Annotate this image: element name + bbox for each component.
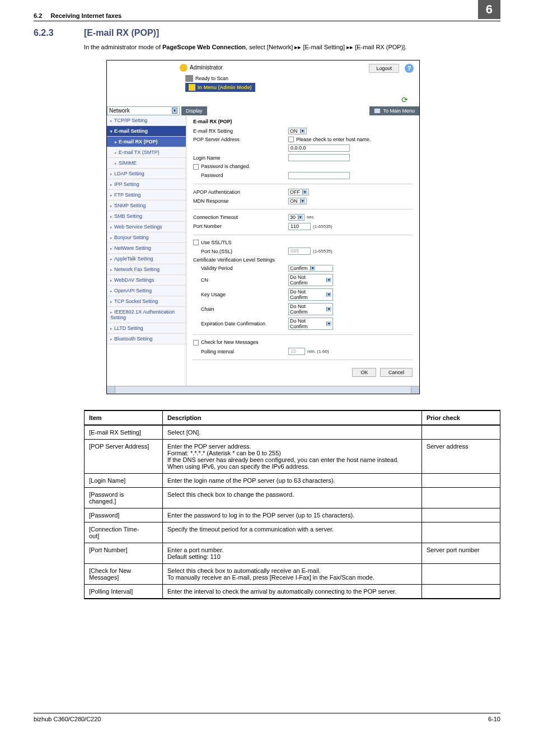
help-icon[interactable]: ? (405, 64, 414, 73)
mdn-select[interactable]: ON▾ (288, 198, 307, 204)
expiration-select[interactable]: Do Not Confirm▾ (288, 318, 333, 330)
password-input[interactable] (288, 172, 350, 179)
sidebar-item-ftp[interactable]: ▸FTP Setting (107, 190, 186, 200)
intro-text: In the administrator mode of PageScope W… (84, 43, 500, 52)
status-mode: In Menu (Admin Mode) (185, 83, 255, 92)
user-icon (180, 64, 188, 72)
app-screenshot: Administrator Ready to Scan In Menu (Adm… (106, 60, 420, 395)
table-row: [Check for New Messages]Select this chec… (85, 564, 500, 585)
login-name-input[interactable] (288, 154, 350, 161)
sidebar-item-openapi[interactable]: ▸OpenAPI Setting (107, 286, 186, 296)
mode-icon (189, 84, 195, 91)
table-row: [E-mail RX Setting]Select [ON]. (85, 425, 500, 440)
admin-label: Administrator (180, 64, 255, 72)
sidebar-item-lltd[interactable]: ▸LLTD Setting (107, 323, 186, 334)
sidebar-item-email-tx-smtp[interactable]: ▸E-mail TX (SMTP) (107, 147, 186, 158)
header-section: 6.2 Receiving Internet faxes (34, 12, 121, 19)
section-number: 6.2.3 (34, 28, 84, 38)
sidebar-item-smime[interactable]: ▸S/MIME (107, 158, 186, 169)
sidebar-item-webdav[interactable]: ▸WebDAV Settings (107, 275, 186, 286)
chevron-down-icon: ▾ (326, 278, 331, 282)
polling-input[interactable]: 15 (288, 348, 305, 355)
chevron-down-icon: ▾ (326, 307, 331, 311)
sidebar-item-tcpip[interactable]: ▸TCP/IP Setting (107, 115, 186, 126)
refresh-icon[interactable]: ⟳ (401, 95, 408, 104)
chapter-tab: 6 (478, 0, 500, 19)
display-button[interactable]: Display (181, 106, 207, 115)
chevron-down-icon: ▾ (298, 215, 303, 220)
th-item: Item (85, 410, 163, 425)
ok-button[interactable]: OK (352, 368, 376, 377)
chevron-down-icon: ▾ (326, 292, 331, 297)
table-row: [Connection Time- out]Specify the timeou… (85, 522, 500, 543)
sidebar-item-smb[interactable]: ▸SMB Setting (107, 211, 186, 222)
sidebar-item-appletalk[interactable]: ▸AppleTalk Setting (107, 254, 186, 264)
validity-select[interactable]: Confirm▾ (288, 265, 333, 272)
header-num: 6.2 (34, 12, 42, 19)
apop-select[interactable]: OFF▾ (288, 189, 309, 195)
table-row: [Port Number]Enter a port number. Defaul… (85, 543, 500, 564)
description-table: Item Description Prior check [E-mail RX … (84, 410, 500, 599)
header-title: Receiving Internet faxes (51, 12, 122, 19)
sidebar-item-networkfax[interactable]: ▸Network Fax Setting (107, 264, 186, 275)
ssl-port-input[interactable]: 995 (288, 248, 311, 255)
chevron-down-icon: ▾ (300, 199, 305, 203)
checknew-checkbox[interactable] (193, 340, 199, 346)
cn-select[interactable]: Do Not Confirm▾ (288, 274, 333, 286)
table-row: [POP Server Address]Enter the POP server… (85, 440, 500, 474)
ssl-checkbox[interactable] (193, 240, 199, 245)
password-changed-checkbox[interactable] (193, 164, 199, 170)
th-prior: Prior check (422, 410, 500, 425)
section-title: [E-mail RX (POP)] (84, 28, 159, 38)
home-icon (374, 108, 381, 114)
cancel-button[interactable]: Cancel (380, 368, 413, 377)
status-ready: Ready to Scan (185, 75, 255, 82)
to-main-menu-button[interactable]: To Main Menu (369, 106, 419, 115)
hostname-checkbox[interactable] (288, 137, 294, 142)
sidebar-item-snmp[interactable]: ▸SNMP Setting (107, 200, 186, 211)
printer-icon (185, 75, 193, 82)
horizontal-scrollbar[interactable] (107, 386, 419, 394)
main-pane: E-mail RX (POP) E-mail RX SettingON▾ POP… (186, 115, 419, 386)
th-desc: Description (163, 410, 422, 425)
sidebar-item-email-rx-pop[interactable]: ▸E-mail RX (POP) (107, 137, 186, 147)
chevron-down-icon: ▾ (300, 129, 305, 133)
sidebar-item-ldap[interactable]: ▸LDAP Setting (107, 169, 186, 179)
logout-button[interactable]: Logout (369, 64, 399, 73)
sidebar-item-netware[interactable]: ▸NetWare Setting (107, 243, 186, 254)
sidebar-item-tcpsocket[interactable]: ▸TCP Socket Setting (107, 296, 186, 307)
chain-select[interactable]: Do Not Confirm▾ (288, 303, 333, 315)
chevron-down-icon: ▾ (310, 266, 315, 270)
sidebar-item-bonjour[interactable]: ▸Bonjour Setting (107, 232, 186, 243)
chevron-down-icon: ▾ (302, 190, 307, 194)
chevron-down-icon: ▾ (326, 321, 331, 326)
chevron-down-icon: ▾ (172, 108, 177, 114)
sidebar-item-email[interactable]: ▾E-mail Setting (107, 126, 186, 137)
sidebar-item-bluetooth[interactable]: ▸Bluetooth Setting (107, 334, 186, 344)
sidebar-item-ieee8021x[interactable]: ▸IEEE802.1X Authentication Setting (107, 307, 186, 323)
table-row: [Login Name]Enter the login name of the … (85, 474, 500, 488)
email-rx-select[interactable]: ON▾ (288, 128, 307, 134)
table-row: [Password is changed.]Select this check … (85, 488, 500, 508)
footer-model: bizhub C360/C280/C220 (34, 716, 101, 722)
keyusage-select[interactable]: Do Not Confirm▾ (288, 288, 333, 301)
table-row: [Password]Enter the password to log in t… (85, 508, 500, 522)
table-row: [Polling Interval]Enter the interval to … (85, 585, 500, 599)
pane-title: E-mail RX (POP) (193, 119, 413, 124)
port-input[interactable]: 110 (288, 223, 311, 230)
category-select[interactable]: Network▾ (107, 106, 180, 115)
sidebar-item-ipp[interactable]: ▸IPP Setting (107, 179, 186, 190)
sidebar: ▸TCP/IP Setting ▾E-mail Setting ▸E-mail … (107, 115, 186, 386)
sidebar-item-webservice[interactable]: ▸Web Service Settings (107, 222, 186, 232)
pop-address-input[interactable]: 0.0.0.0 (288, 144, 350, 152)
footer-page: 6-10 (488, 716, 500, 722)
timeout-select[interactable]: 30▾ (288, 214, 305, 221)
